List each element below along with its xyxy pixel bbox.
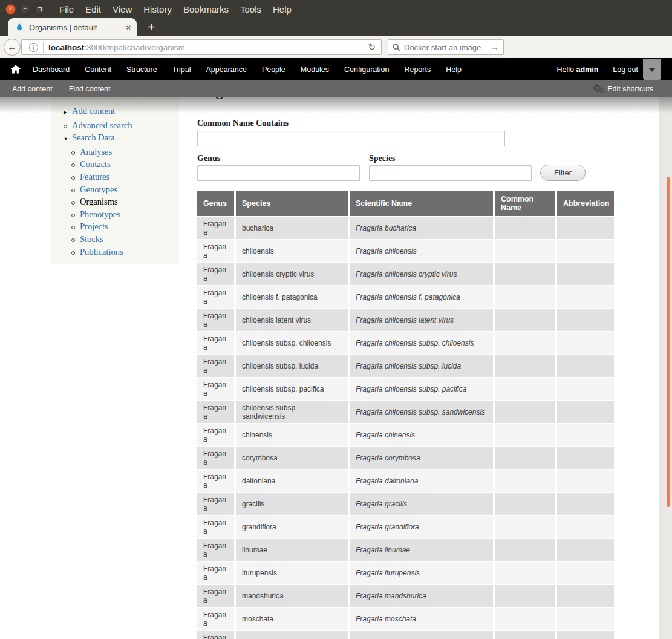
filter-button[interactable]: Filter <box>540 165 586 181</box>
species-input[interactable] <box>369 165 532 181</box>
cell-species: chiloensis subsp. lucida <box>236 354 350 377</box>
sidebar-item-label[interactable]: Publications <box>80 247 123 257</box>
admin-menu-item[interactable]: People <box>262 65 285 74</box>
logout-link[interactable]: Log out <box>613 65 638 74</box>
menubar-item[interactable]: Bookmarks <box>183 4 229 15</box>
sidebar-item-label[interactable]: Stocks <box>80 234 103 244</box>
sidebar-item[interactable]: Phenotypes <box>51 208 179 221</box>
cell-scientific-name: Fragaria iinumae <box>350 538 495 561</box>
genus-input[interactable] <box>197 165 360 181</box>
page-scrollbar-track[interactable] <box>659 97 672 639</box>
sidebar-item-label[interactable]: Organisms <box>80 197 118 206</box>
menubar-item[interactable]: History <box>143 4 172 15</box>
sidebar-item-label[interactable]: Advanced search <box>72 120 132 130</box>
cell-abbreviation <box>557 446 614 469</box>
menubar-item[interactable]: Edit <box>85 4 101 15</box>
sidebar-item[interactable]: Advanced search <box>51 119 179 132</box>
back-button[interactable]: ← <box>4 39 21 56</box>
cell-common-name <box>495 515 557 538</box>
cell-genus: Fragaria <box>197 469 236 492</box>
sidebar-item-label[interactable]: Phenotypes <box>80 209 120 219</box>
new-tab-button[interactable]: + <box>143 19 159 35</box>
admin-menu-item[interactable]: Tripal <box>172 65 191 74</box>
search-input[interactable] <box>404 43 491 52</box>
table-row: Fragaria moupinensis Fragaria moupinensi… <box>197 630 614 639</box>
cell-common-name <box>495 377 557 400</box>
cell-species: chiloensis latent virus <box>236 308 350 331</box>
admin-menu-item[interactable]: Help <box>446 65 462 74</box>
sidebar-navigation: Add content Advanced search Search Data … <box>51 97 179 264</box>
url-host: localhost <box>48 43 84 52</box>
reload-icon[interactable]: ↻ <box>362 40 381 54</box>
admin-menu: DashboardContentStructureTripalAppearanc… <box>33 65 462 74</box>
toolbar-toggle-button[interactable] <box>643 59 661 80</box>
sidebar-item[interactable]: Stocks <box>51 233 179 246</box>
sidebar-item[interactable]: Add content <box>51 105 179 119</box>
browser-tab-active[interactable]: Organisms | default × <box>8 18 137 36</box>
sidebar-item-label[interactable]: Search Data <box>72 133 114 142</box>
cell-genus: Fragaria <box>197 584 236 607</box>
cell-abbreviation <box>557 308 614 331</box>
cell-abbreviation <box>557 400 614 423</box>
page-scrollbar-thumb[interactable] <box>667 177 670 507</box>
admin-home-icon[interactable] <box>11 65 21 74</box>
search-go-icon[interactable]: → <box>491 42 499 52</box>
table-row: Fragaria iinumae Fragaria iinumae <box>197 538 614 561</box>
bullet-icon <box>71 151 80 155</box>
cell-abbreviation <box>557 561 614 584</box>
menubar-item[interactable]: File <box>59 4 74 15</box>
url-input[interactable]: i localhost :3000/tripal/chado/organism … <box>21 39 382 55</box>
shortcut-link[interactable]: Find content <box>69 85 111 93</box>
bullet-icon <box>71 189 80 192</box>
sidebar-item[interactable]: Genotypes <box>51 183 179 196</box>
sidebar-item-label[interactable]: Genotypes <box>80 185 117 194</box>
table-row: Fragaria chiloensis subsp. sandwicensis … <box>197 400 614 423</box>
admin-menu-item[interactable]: Dashboard <box>33 65 70 74</box>
cell-common-name <box>495 216 557 239</box>
sidebar-item[interactable]: Search Data <box>51 131 179 146</box>
cell-common-name <box>495 354 557 377</box>
bullet-icon <box>64 106 72 119</box>
sidebar-item-label[interactable]: Add content <box>72 106 115 116</box>
sidebar-item[interactable]: Organisms <box>51 195 179 208</box>
site-info-icon[interactable]: i <box>29 43 38 52</box>
search-box[interactable]: → <box>388 39 504 55</box>
cell-scientific-name: Fragaria grandiflora <box>350 515 495 538</box>
window-maximize-button[interactable] <box>34 4 45 15</box>
sidebar-item-label[interactable]: Features <box>80 172 109 182</box>
sidebar-item-label[interactable]: Analyses <box>80 147 112 157</box>
app-menubar: FileEditViewHistoryBookmarksToolsHelp <box>59 4 292 15</box>
edit-shortcuts-link[interactable]: ⚙ ⚙ Edit shortcuts <box>592 84 653 94</box>
admin-menu-item[interactable]: Configuration <box>344 65 389 74</box>
shortcut-link[interactable]: Add content <box>12 85 53 93</box>
admin-menu-item[interactable]: Appearance <box>206 65 246 74</box>
cell-genus: Fragaria <box>197 538 236 561</box>
admin-menu-item[interactable]: Modules <box>301 65 329 74</box>
cell-species: chinensis <box>236 423 350 446</box>
table-row: Fragaria chiloensis latent virus Fragari… <box>197 308 614 331</box>
menubar-item[interactable]: Help <box>273 4 292 15</box>
menubar-item[interactable]: Tools <box>240 4 261 15</box>
admin-menu-item[interactable]: Reports <box>404 65 431 74</box>
cell-genus: Fragaria <box>197 630 236 639</box>
window-buttons: × − <box>5 4 45 15</box>
admin-menu-item[interactable]: Content <box>85 65 111 74</box>
sidebar-item[interactable]: Publications <box>51 246 179 258</box>
tab-close-icon[interactable]: × <box>125 23 132 32</box>
sidebar-item[interactable]: Features <box>51 171 179 183</box>
common-name-input[interactable] <box>197 131 505 146</box>
cell-genus: Fragaria <box>197 262 236 285</box>
url-path: :3000/tripal/chado/organism <box>84 43 185 52</box>
browser-tabbar: Organisms | default × + <box>0 18 672 36</box>
sidebar-item-label[interactable]: Contacts <box>80 159 111 169</box>
window-minimize-button[interactable]: − <box>20 4 30 15</box>
bullet-icon <box>71 238 80 242</box>
admin-menu-item[interactable]: Structure <box>126 65 157 74</box>
sidebar-item[interactable]: Contacts <box>51 158 179 171</box>
sidebar-item[interactable]: Projects <box>51 220 179 233</box>
menubar-item[interactable]: View <box>113 4 132 15</box>
window-close-button[interactable]: × <box>5 4 16 15</box>
sidebar-item[interactable]: Analyses <box>51 146 179 159</box>
species-label: Species <box>369 154 396 163</box>
sidebar-item-label[interactable]: Projects <box>80 221 108 231</box>
